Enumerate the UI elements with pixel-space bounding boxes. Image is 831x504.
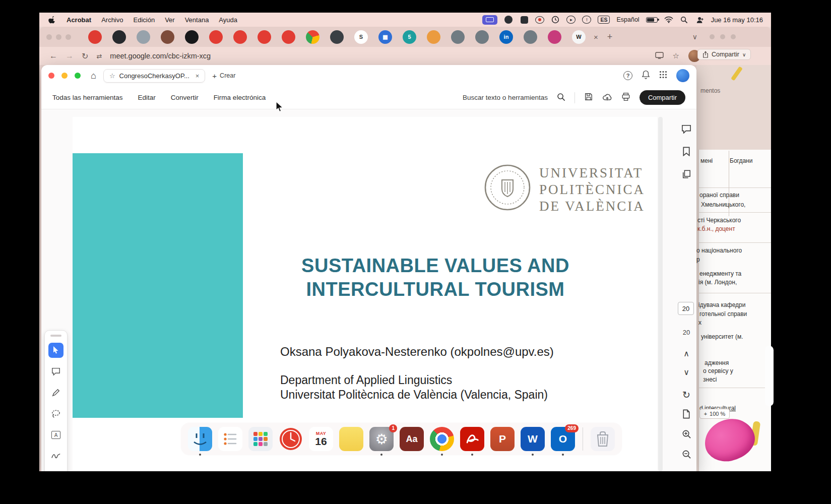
tools-menu-item[interactable]: Todas las herramientas xyxy=(52,94,123,101)
spotlight-search-icon[interactable] xyxy=(680,15,689,24)
current-page-input[interactable]: 20 xyxy=(678,302,694,315)
reload-icon[interactable]: ↻ xyxy=(82,51,88,61)
menu-ayuda[interactable]: Ayuda xyxy=(219,16,237,24)
cast-icon[interactable] xyxy=(655,52,664,60)
close-tab-icon[interactable]: × xyxy=(594,33,598,41)
zoom-window-button[interactable] xyxy=(75,73,81,79)
active-app-name[interactable]: Acrobat xyxy=(67,16,91,24)
browser-tab[interactable]: in xyxy=(499,30,513,44)
battery-icon[interactable] xyxy=(646,17,658,23)
browser-tab[interactable] xyxy=(185,30,199,44)
apps-grid-icon[interactable] xyxy=(659,71,667,81)
browser-tab[interactable]: S xyxy=(354,30,368,44)
page-view-icon[interactable] xyxy=(677,409,695,421)
dictionary-dock-icon[interactable]: Aa xyxy=(400,427,424,451)
document-tab[interactable]: ☆ CongresoCherkasyOP... × xyxy=(103,69,205,83)
zoom-out-icon[interactable] xyxy=(677,450,695,461)
browser-tab[interactable] xyxy=(524,30,537,44)
stickies-dock-icon[interactable] xyxy=(339,427,363,451)
browser-tab[interactable] xyxy=(137,30,150,44)
account-avatar[interactable] xyxy=(676,69,689,82)
comments-panel-icon[interactable] xyxy=(677,124,695,136)
page-scrollbar[interactable] xyxy=(658,117,663,471)
zoom-in-icon[interactable]: + xyxy=(704,411,707,417)
launchpad-dock-icon[interactable] xyxy=(248,427,273,451)
edit-menu-item[interactable]: Editar xyxy=(138,94,156,101)
calendar-dock-icon[interactable]: MAY 16 xyxy=(309,427,333,451)
share-button[interactable]: Compartir xyxy=(640,90,685,105)
user-switch-icon[interactable] xyxy=(695,15,705,24)
previous-page-icon[interactable]: ∧ xyxy=(677,349,695,358)
browser-tab[interactable]: 5 xyxy=(403,30,416,44)
select-tool-icon[interactable] xyxy=(48,343,63,358)
settings-dock-icon[interactable]: ⚙ 1 xyxy=(369,427,394,451)
window-control-minimize[interactable] xyxy=(56,34,61,40)
screen-sharing-icon[interactable] xyxy=(482,15,497,25)
new-tab-icon[interactable]: + xyxy=(607,32,613,42)
close-window-button[interactable] xyxy=(48,73,54,79)
input-language-icon[interactable]: ES xyxy=(598,16,610,24)
rotate-refresh-icon[interactable]: ↻ xyxy=(677,389,695,401)
list-app-dock-icon[interactable] xyxy=(218,427,242,451)
tab-search-chevron-icon[interactable]: ∨ xyxy=(692,33,697,41)
browser-tab[interactable] xyxy=(88,30,102,44)
bookmarks-panel-icon[interactable] xyxy=(677,147,695,158)
home-icon[interactable]: ⌂ xyxy=(91,71,96,81)
time-machine-icon[interactable] xyxy=(551,15,560,24)
acrobat-dock-icon[interactable] xyxy=(460,427,484,451)
lasso-tool-icon[interactable] xyxy=(48,406,63,421)
powerpoint-dock-icon[interactable]: P xyxy=(490,427,515,451)
more-tools-icon[interactable]: ⋯ xyxy=(48,470,63,471)
pages-panel-icon[interactable] xyxy=(677,169,695,181)
finder-dock-icon[interactable] xyxy=(188,427,212,451)
zoom-in-icon[interactable] xyxy=(677,429,695,441)
close-document-icon[interactable]: × xyxy=(196,72,200,80)
browser-tab[interactable] xyxy=(282,30,295,44)
menu-archivo[interactable]: Archivo xyxy=(101,16,123,24)
site-info-icon[interactable]: ⇄ xyxy=(96,52,102,60)
browser-tab[interactable] xyxy=(161,30,174,44)
signature-tool-icon[interactable] xyxy=(48,449,63,464)
chrome-dock-icon[interactable] xyxy=(430,427,454,451)
browser-tab[interactable] xyxy=(209,30,223,44)
comment-tool-icon[interactable] xyxy=(48,364,63,379)
browser-tab[interactable]: ▦ xyxy=(378,30,392,44)
notifications-bell-icon[interactable] xyxy=(642,70,650,81)
pencil-tool-icon[interactable] xyxy=(48,385,63,400)
add-text-tool-icon[interactable]: A xyxy=(48,427,63,443)
browser-tab[interactable] xyxy=(330,30,344,44)
browser-tab[interactable] xyxy=(451,30,465,44)
background-share-button[interactable]: Compartir ∨ xyxy=(697,49,751,60)
bookmark-star-icon[interactable]: ☆ xyxy=(673,51,679,60)
wifi-icon[interactable] xyxy=(664,15,673,24)
minimize-window-button[interactable] xyxy=(61,73,68,79)
menu-edicion[interactable]: Edición xyxy=(133,16,155,24)
menubar-clock[interactable]: Jue 16 may 10:16 xyxy=(711,16,763,24)
save-icon[interactable] xyxy=(584,92,593,103)
status-icon-2[interactable] xyxy=(520,15,529,24)
window-control-zoom[interactable] xyxy=(66,34,71,40)
back-icon[interactable]: ← xyxy=(49,51,57,60)
clock-app-dock-icon[interactable] xyxy=(279,427,303,451)
menu-ver[interactable]: Ver xyxy=(165,16,175,24)
print-icon[interactable] xyxy=(621,92,630,103)
play-status-icon[interactable]: ▸ xyxy=(566,16,576,24)
browser-tab[interactable] xyxy=(233,30,247,44)
word-dock-icon[interactable]: W xyxy=(521,427,545,451)
search-field[interactable]: Buscar texto o herramientas xyxy=(463,94,548,101)
next-page-icon[interactable]: ∨ xyxy=(677,367,695,377)
window-control-close[interactable] xyxy=(46,34,52,40)
browser-tab[interactable] xyxy=(427,30,440,44)
browser-tab[interactable] xyxy=(306,30,319,44)
star-icon[interactable]: ☆ xyxy=(109,72,115,80)
forward-icon[interactable]: → xyxy=(66,51,74,60)
palette-drag-handle[interactable] xyxy=(50,335,61,337)
browser-tab[interactable]: W xyxy=(572,30,586,44)
browser-tab[interactable] xyxy=(475,30,489,44)
address-bar[interactable]: meet.google.com/cbc-izkm-xcg xyxy=(110,52,211,60)
help-icon[interactable]: ? xyxy=(623,71,632,80)
trash-dock-icon[interactable] xyxy=(591,427,615,451)
zoom-control[interactable]: + 100 % xyxy=(699,409,730,419)
menu-ventana[interactable]: Ventana xyxy=(185,16,209,24)
search-icon[interactable] xyxy=(557,93,565,103)
